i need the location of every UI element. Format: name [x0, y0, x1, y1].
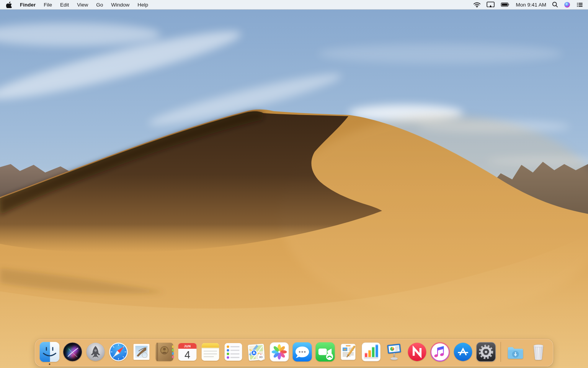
dock-item-downloads[interactable]	[506, 342, 526, 362]
menu-item-help[interactable]: Help	[137, 2, 148, 8]
dock-item-system-preferences[interactable]	[476, 342, 496, 362]
spotlight-search-icon[interactable]	[552, 2, 558, 8]
dock-item-siri[interactable]	[63, 342, 83, 362]
dock: JUN 4	[35, 339, 554, 366]
dock-separator	[501, 342, 501, 362]
dock-item-reminders[interactable]	[224, 342, 243, 362]
wallpaper-mojave	[0, 0, 588, 368]
menu-item-edit[interactable]: Edit	[60, 2, 69, 8]
dock-item-notes[interactable]	[201, 342, 220, 362]
dock-item-facetime[interactable]	[315, 342, 335, 362]
dock-item-numbers[interactable]	[361, 342, 381, 362]
dock-item-news[interactable]	[407, 342, 427, 362]
dock-item-messages[interactable]	[292, 342, 312, 362]
dock-item-calendar[interactable]: JUN 4	[178, 342, 198, 362]
wifi-icon[interactable]	[473, 2, 481, 8]
dock-item-launchpad[interactable]	[86, 342, 106, 362]
dock-item-maps[interactable]: 3D	[247, 342, 266, 362]
svg-text:3D: 3D	[259, 355, 263, 359]
dock-item-safari[interactable]	[109, 342, 129, 362]
siri-icon[interactable]	[564, 2, 570, 8]
dock-item-mail[interactable]	[132, 342, 152, 362]
dock-item-appstore[interactable]	[453, 342, 473, 362]
svg-text:JUN: JUN	[184, 344, 191, 348]
menu-item-file[interactable]: File	[44, 2, 52, 8]
menu-clock[interactable]: Mon 9:41 AM	[516, 2, 546, 8]
svg-text:4: 4	[185, 349, 190, 361]
menu-item-finder[interactable]: Finder	[20, 2, 36, 8]
menu-item-view[interactable]: View	[77, 2, 88, 8]
dock-item-itunes[interactable]	[430, 342, 450, 362]
dock-item-contacts[interactable]	[155, 342, 175, 362]
dock-item-keynote[interactable]	[384, 342, 404, 362]
battery-icon[interactable]	[500, 2, 510, 7]
menu-item-go[interactable]: Go	[96, 2, 103, 8]
screen-mirroring-icon[interactable]	[487, 2, 495, 8]
apple-menu-icon[interactable]	[6, 1, 12, 8]
dock-item-photos[interactable]	[270, 342, 289, 362]
desktop[interactable]: Finder File Edit View Go Window Help Mon…	[0, 0, 588, 368]
dock-item-finder[interactable]	[40, 342, 60, 362]
dock-item-trash[interactable]	[529, 342, 549, 362]
running-indicator	[49, 363, 51, 365]
dock-item-pages[interactable]	[338, 342, 358, 362]
notification-center-icon[interactable]	[576, 2, 583, 8]
menu-bar: Finder File Edit View Go Window Help Mon…	[0, 0, 588, 10]
menu-item-window[interactable]: Window	[111, 2, 129, 8]
